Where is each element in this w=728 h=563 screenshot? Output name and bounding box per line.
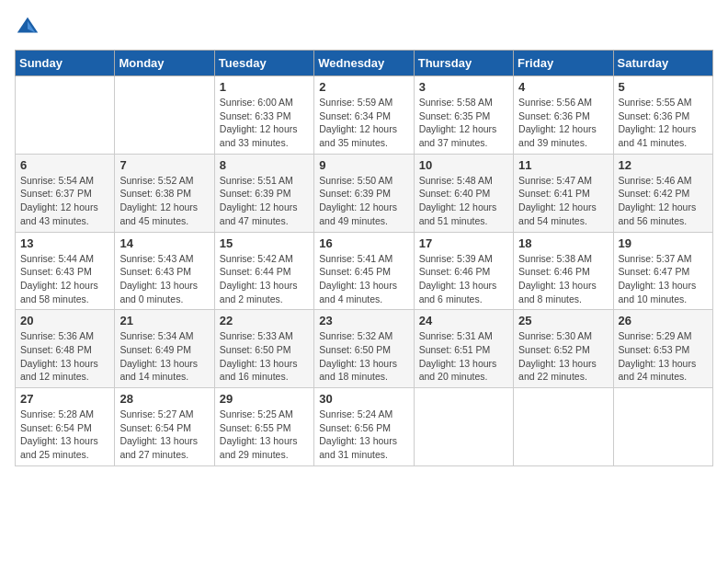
calendar-header-tuesday: Tuesday (214, 51, 313, 76)
day-number: 9 (319, 158, 408, 172)
calendar-cell: 24Sunrise: 5:31 AM Sunset: 6:51 PM Dayli… (414, 310, 513, 388)
calendar-table: SundayMondayTuesdayWednesdayThursdayFrid… (15, 50, 713, 466)
calendar-cell: 23Sunrise: 5:32 AM Sunset: 6:50 PM Dayli… (314, 310, 414, 388)
day-detail: Sunrise: 5:47 AM Sunset: 6:41 PM Dayligh… (518, 174, 608, 228)
calendar-week-row: 20Sunrise: 5:36 AM Sunset: 6:48 PM Dayli… (16, 310, 713, 388)
day-number: 30 (319, 392, 408, 406)
calendar-cell: 16Sunrise: 5:41 AM Sunset: 6:45 PM Dayli… (314, 232, 414, 310)
calendar-header-sunday: Sunday (16, 51, 115, 76)
calendar-cell (514, 388, 613, 466)
day-number: 14 (119, 236, 209, 250)
day-number: 15 (220, 236, 309, 250)
calendar-cell: 21Sunrise: 5:34 AM Sunset: 6:49 PM Dayli… (115, 310, 214, 388)
day-number: 26 (619, 314, 708, 327)
calendar-cell: 7Sunrise: 5:52 AM Sunset: 6:38 PM Daylig… (115, 154, 214, 232)
calendar-cell (613, 388, 712, 466)
calendar-week-row: 1Sunrise: 6:00 AM Sunset: 6:33 PM Daylig… (16, 76, 713, 155)
calendar-cell: 9Sunrise: 5:50 AM Sunset: 6:39 PM Daylig… (314, 154, 414, 232)
day-detail: Sunrise: 5:43 AM Sunset: 6:43 PM Dayligh… (119, 252, 209, 306)
calendar-cell: 19Sunrise: 5:37 AM Sunset: 6:47 PM Dayli… (613, 232, 712, 310)
calendar-cell: 8Sunrise: 5:51 AM Sunset: 6:39 PM Daylig… (214, 154, 313, 232)
day-detail: Sunrise: 5:30 AM Sunset: 6:52 PM Dayligh… (518, 329, 608, 384)
calendar-cell: 26Sunrise: 5:29 AM Sunset: 6:53 PM Dayli… (613, 310, 712, 388)
day-detail: Sunrise: 5:32 AM Sunset: 6:50 PM Dayligh… (319, 329, 408, 384)
day-number: 29 (220, 392, 309, 406)
calendar-cell: 14Sunrise: 5:43 AM Sunset: 6:43 PM Dayli… (115, 232, 214, 310)
day-detail: Sunrise: 5:31 AM Sunset: 6:51 PM Dayligh… (419, 329, 508, 384)
calendar-cell: 18Sunrise: 5:38 AM Sunset: 6:46 PM Dayli… (514, 232, 613, 310)
day-number: 19 (619, 236, 708, 250)
day-number: 13 (20, 236, 109, 250)
day-number: 5 (619, 80, 708, 94)
calendar-header-saturday: Saturday (613, 51, 712, 76)
day-number: 6 (20, 158, 109, 172)
day-detail: Sunrise: 5:59 AM Sunset: 6:34 PM Dayligh… (319, 96, 408, 150)
logo-icon (15, 15, 40, 40)
day-detail: Sunrise: 5:29 AM Sunset: 6:53 PM Dayligh… (619, 329, 708, 384)
calendar-cell: 1Sunrise: 6:00 AM Sunset: 6:33 PM Daylig… (214, 76, 313, 155)
day-number: 21 (119, 314, 209, 327)
day-detail: Sunrise: 5:39 AM Sunset: 6:46 PM Dayligh… (419, 252, 508, 306)
logo (15, 15, 44, 40)
day-number: 10 (419, 158, 508, 172)
day-detail: Sunrise: 5:51 AM Sunset: 6:39 PM Dayligh… (220, 174, 309, 228)
calendar-cell (414, 388, 513, 466)
calendar-cell: 2Sunrise: 5:59 AM Sunset: 6:34 PM Daylig… (314, 76, 414, 155)
day-detail: Sunrise: 5:44 AM Sunset: 6:43 PM Dayligh… (20, 252, 109, 306)
calendar-cell: 4Sunrise: 5:56 AM Sunset: 6:36 PM Daylig… (514, 76, 613, 155)
day-number: 8 (220, 158, 309, 172)
calendar-cell (16, 76, 115, 155)
calendar-cell: 27Sunrise: 5:28 AM Sunset: 6:54 PM Dayli… (16, 388, 115, 466)
day-number: 12 (619, 158, 708, 172)
calendar-cell: 22Sunrise: 5:33 AM Sunset: 6:50 PM Dayli… (214, 310, 313, 388)
calendar-week-row: 6Sunrise: 5:54 AM Sunset: 6:37 PM Daylig… (16, 154, 713, 232)
day-number: 25 (518, 314, 608, 327)
day-number: 1 (220, 80, 309, 94)
calendar-cell: 3Sunrise: 5:58 AM Sunset: 6:35 PM Daylig… (414, 76, 513, 155)
day-detail: Sunrise: 5:33 AM Sunset: 6:50 PM Dayligh… (220, 329, 309, 384)
calendar-cell: 17Sunrise: 5:39 AM Sunset: 6:46 PM Dayli… (414, 232, 513, 310)
day-number: 2 (319, 80, 408, 94)
calendar-cell: 5Sunrise: 5:55 AM Sunset: 6:36 PM Daylig… (613, 76, 712, 155)
day-detail: Sunrise: 5:46 AM Sunset: 6:42 PM Dayligh… (619, 174, 708, 228)
day-detail: Sunrise: 6:00 AM Sunset: 6:33 PM Dayligh… (220, 96, 309, 150)
calendar-cell: 25Sunrise: 5:30 AM Sunset: 6:52 PM Dayli… (514, 310, 613, 388)
day-number: 20 (20, 314, 109, 327)
calendar-cell: 13Sunrise: 5:44 AM Sunset: 6:43 PM Dayli… (16, 232, 115, 310)
day-detail: Sunrise: 5:48 AM Sunset: 6:40 PM Dayligh… (419, 174, 508, 228)
day-detail: Sunrise: 5:34 AM Sunset: 6:49 PM Dayligh… (119, 329, 209, 384)
day-number: 11 (518, 158, 608, 172)
calendar-cell: 20Sunrise: 5:36 AM Sunset: 6:48 PM Dayli… (16, 310, 115, 388)
calendar-header-friday: Friday (514, 51, 613, 76)
calendar-cell: 30Sunrise: 5:24 AM Sunset: 6:56 PM Dayli… (314, 388, 414, 466)
calendar-cell: 11Sunrise: 5:47 AM Sunset: 6:41 PM Dayli… (514, 154, 613, 232)
day-number: 4 (518, 80, 608, 94)
calendar-week-row: 27Sunrise: 5:28 AM Sunset: 6:54 PM Dayli… (16, 388, 713, 466)
calendar-header-monday: Monday (115, 51, 214, 76)
day-detail: Sunrise: 5:28 AM Sunset: 6:54 PM Dayligh… (20, 408, 109, 462)
calendar-cell (115, 76, 214, 155)
day-number: 27 (20, 392, 109, 406)
calendar-cell: 6Sunrise: 5:54 AM Sunset: 6:37 PM Daylig… (16, 154, 115, 232)
day-detail: Sunrise: 5:58 AM Sunset: 6:35 PM Dayligh… (419, 96, 508, 150)
page-header (15, 15, 713, 40)
day-detail: Sunrise: 5:24 AM Sunset: 6:56 PM Dayligh… (319, 408, 408, 462)
day-detail: Sunrise: 5:50 AM Sunset: 6:39 PM Dayligh… (319, 174, 408, 228)
day-detail: Sunrise: 5:52 AM Sunset: 6:38 PM Dayligh… (119, 174, 209, 228)
calendar-header-thursday: Thursday (414, 51, 513, 76)
day-detail: Sunrise: 5:41 AM Sunset: 6:45 PM Dayligh… (319, 252, 408, 306)
day-number: 18 (518, 236, 608, 250)
calendar-cell: 12Sunrise: 5:46 AM Sunset: 6:42 PM Dayli… (613, 154, 712, 232)
day-number: 7 (119, 158, 209, 172)
day-detail: Sunrise: 5:55 AM Sunset: 6:36 PM Dayligh… (619, 96, 708, 150)
calendar-cell: 29Sunrise: 5:25 AM Sunset: 6:55 PM Dayli… (214, 388, 313, 466)
day-number: 3 (419, 80, 508, 94)
day-detail: Sunrise: 5:42 AM Sunset: 6:44 PM Dayligh… (220, 252, 309, 306)
day-detail: Sunrise: 5:54 AM Sunset: 6:37 PM Dayligh… (20, 174, 109, 228)
calendar-cell: 28Sunrise: 5:27 AM Sunset: 6:54 PM Dayli… (115, 388, 214, 466)
day-detail: Sunrise: 5:27 AM Sunset: 6:54 PM Dayligh… (119, 408, 209, 462)
day-number: 22 (220, 314, 309, 327)
day-detail: Sunrise: 5:56 AM Sunset: 6:36 PM Dayligh… (518, 96, 608, 150)
day-number: 16 (319, 236, 408, 250)
day-detail: Sunrise: 5:37 AM Sunset: 6:47 PM Dayligh… (619, 252, 708, 306)
